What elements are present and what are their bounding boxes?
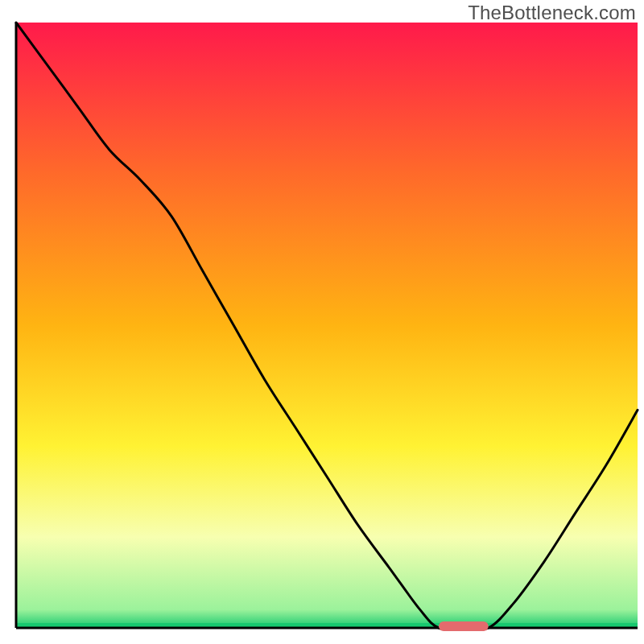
plot-background <box>16 23 638 628</box>
chart-canvas <box>0 0 644 644</box>
optimal-marker <box>439 621 489 631</box>
watermark-text: TheBottleneck.com <box>468 2 636 24</box>
